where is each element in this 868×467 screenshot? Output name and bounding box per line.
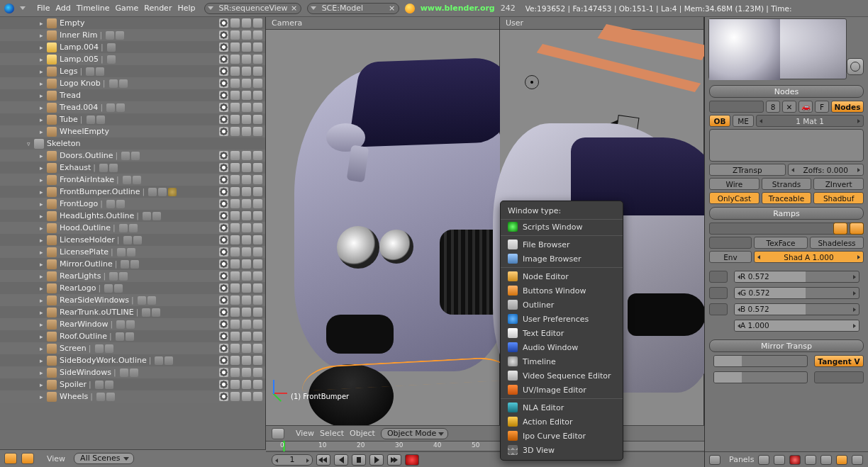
sel-toggle-icon[interactable] bbox=[242, 271, 251, 281]
texface-button[interactable]: TexFace bbox=[754, 237, 808, 249]
collapse-icon[interactable] bbox=[20, 6, 26, 10]
cur-toggle-icon[interactable] bbox=[230, 18, 240, 28]
ren-toggle-icon[interactable] bbox=[253, 127, 262, 136]
cur-toggle-icon[interactable] bbox=[230, 344, 240, 353]
eye-toggle-icon[interactable] bbox=[219, 223, 228, 232]
eye-toggle-icon[interactable] bbox=[219, 127, 228, 136]
cur-toggle-icon[interactable] bbox=[230, 392, 240, 401]
window-type-item[interactable]: Scripts Window bbox=[501, 220, 623, 234]
cur-toggle-icon[interactable] bbox=[230, 127, 240, 136]
ren-toggle-icon[interactable] bbox=[253, 283, 262, 293]
eye-toggle-icon[interactable] bbox=[219, 368, 228, 377]
menu-game[interactable]: Game bbox=[113, 2, 142, 14]
me-link-button[interactable]: ME bbox=[733, 115, 754, 127]
outliner-row[interactable]: ▸RearWindow| bbox=[0, 318, 265, 330]
sel-toggle-icon[interactable] bbox=[242, 115, 251, 124]
ren-toggle-icon[interactable] bbox=[253, 103, 262, 112]
expand-icon[interactable]: ▸ bbox=[40, 321, 47, 328]
sel-toggle-icon[interactable] bbox=[242, 151, 251, 160]
mode-selector[interactable]: Object Mode bbox=[381, 428, 448, 439]
outliner-row[interactable]: ▸Roof.Outline| bbox=[0, 330, 265, 342]
sel-toggle-icon[interactable] bbox=[242, 356, 251, 365]
window-type-item[interactable]: Outliner bbox=[501, 298, 623, 312]
current-frame[interactable]: 1 bbox=[272, 454, 313, 466]
screen-selector[interactable]: SR:sequenceView × bbox=[204, 3, 301, 14]
window-type-item[interactable]: Timeline bbox=[501, 354, 623, 368]
sel-toggle-icon[interactable] bbox=[242, 211, 251, 220]
record-button[interactable] bbox=[405, 454, 419, 466]
expand-icon[interactable]: ▸ bbox=[40, 44, 47, 51]
window-type-item[interactable]: File Browser bbox=[501, 237, 623, 252]
eye-toggle-icon[interactable] bbox=[219, 55, 228, 64]
object-menu[interactable]: Object bbox=[350, 429, 375, 438]
eye-toggle-icon[interactable] bbox=[219, 320, 228, 329]
sel-toggle-icon[interactable] bbox=[242, 67, 251, 76]
outliner-row[interactable]: ▸Lamp.004| bbox=[0, 41, 265, 53]
sel-toggle-icon[interactable] bbox=[242, 79, 251, 88]
env-button[interactable]: Env bbox=[709, 251, 752, 263]
cur-toggle-icon[interactable] bbox=[230, 283, 240, 293]
expand-icon[interactable]: ▸ bbox=[40, 116, 47, 123]
eye-toggle-icon[interactable] bbox=[219, 103, 228, 112]
eye-toggle-icon[interactable] bbox=[219, 163, 228, 172]
shad-alpha-field[interactable]: Shad A 1.000 bbox=[754, 251, 864, 263]
panel-header-ramps[interactable]: Ramps bbox=[709, 207, 864, 220]
viewport-type-icon[interactable] bbox=[272, 428, 284, 439]
sel-toggle-icon[interactable] bbox=[242, 332, 251, 341]
expand-icon[interactable]: ▸ bbox=[40, 68, 47, 75]
sel-toggle-icon[interactable] bbox=[242, 235, 251, 244]
outliner-row[interactable]: ▿Skeleton bbox=[0, 137, 265, 150]
outliner-row[interactable]: ▸LicensePlate| bbox=[0, 246, 265, 258]
panel-header-mirror[interactable]: Mirror Transp bbox=[709, 339, 864, 352]
eye-toggle-icon[interactable] bbox=[219, 30, 228, 40]
tangent-v-button[interactable]: Tangent V bbox=[814, 355, 864, 367]
eye-toggle-icon[interactable] bbox=[219, 356, 228, 365]
cur-toggle-icon[interactable] bbox=[230, 67, 240, 76]
window-type-item[interactable]: Video Sequence Editor bbox=[501, 368, 623, 383]
shadbuf-button[interactable]: Shadbuf bbox=[813, 192, 864, 204]
shadeless-button[interactable]: Shadeless bbox=[810, 237, 864, 249]
ren-toggle-icon[interactable] bbox=[253, 296, 262, 305]
outliner-row[interactable]: ▸Tube| bbox=[0, 113, 265, 125]
expand-icon[interactable]: ▸ bbox=[40, 309, 47, 316]
cur-toggle-icon[interactable] bbox=[230, 235, 240, 244]
eye-toggle-icon[interactable] bbox=[219, 247, 228, 257]
expand-icon[interactable]: ▸ bbox=[40, 56, 47, 63]
ren-toggle-icon[interactable] bbox=[253, 271, 262, 281]
eye-toggle-icon[interactable] bbox=[219, 392, 228, 401]
menu-add[interactable]: Add bbox=[52, 2, 73, 14]
cur-toggle-icon[interactable] bbox=[230, 30, 240, 40]
cur-toggle-icon[interactable] bbox=[230, 332, 240, 341]
outliner-row[interactable]: ▸RearLights| bbox=[0, 270, 265, 282]
expand-icon[interactable]: ▸ bbox=[40, 201, 47, 208]
g-slider[interactable]: G 0.572 bbox=[740, 288, 770, 297]
outliner-row[interactable]: ▸FrontAirIntake| bbox=[0, 174, 265, 186]
close-icon[interactable]: × bbox=[291, 5, 298, 12]
sel-toggle-icon[interactable] bbox=[242, 368, 251, 377]
sel-toggle-icon[interactable] bbox=[242, 103, 251, 112]
ren-toggle-icon[interactable] bbox=[253, 332, 262, 341]
cur-toggle-icon[interactable] bbox=[230, 103, 240, 112]
window-type-item[interactable]: Text Editor bbox=[501, 326, 623, 340]
eye-toggle-icon[interactable] bbox=[219, 283, 228, 293]
ren-toggle-icon[interactable] bbox=[253, 18, 262, 28]
next-frame-button[interactable] bbox=[369, 454, 384, 466]
expand-icon[interactable]: ▸ bbox=[40, 357, 47, 364]
sel-toggle-icon[interactable] bbox=[242, 296, 251, 305]
ren-toggle-icon[interactable] bbox=[253, 67, 262, 76]
ztransp-button[interactable]: ZTransp bbox=[709, 164, 786, 176]
blender-url[interactable]: www.blender.org bbox=[421, 4, 495, 13]
outliner-row[interactable]: ▸LicenseHolder| bbox=[0, 234, 265, 246]
eye-toggle-icon[interactable] bbox=[219, 332, 228, 341]
delete-button[interactable]: ✕ bbox=[782, 101, 796, 113]
eye-toggle-icon[interactable] bbox=[219, 271, 228, 281]
window-type-item[interactable]: User Preferences bbox=[501, 312, 623, 326]
fake-user-button[interactable]: F bbox=[815, 101, 829, 113]
sel-toggle-icon[interactable] bbox=[242, 199, 251, 208]
sel-toggle-icon[interactable] bbox=[242, 392, 251, 401]
ren-toggle-icon[interactable] bbox=[253, 247, 262, 257]
sel-toggle-icon[interactable] bbox=[242, 18, 251, 28]
expand-icon[interactable]: ▸ bbox=[40, 20, 47, 27]
color-swatch[interactable] bbox=[709, 303, 728, 315]
onlycast-button[interactable]: OnlyCast bbox=[709, 192, 760, 204]
